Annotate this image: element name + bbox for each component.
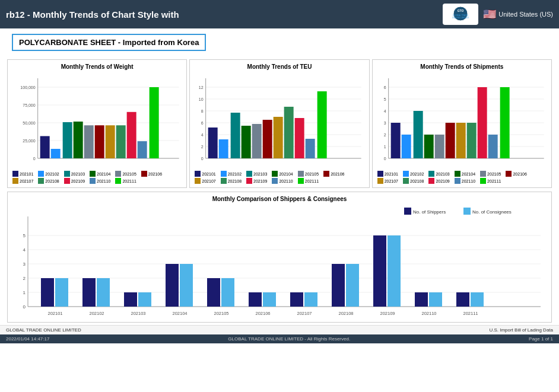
svg-rect-45 (231, 113, 240, 158)
svg-text:5: 5 (383, 97, 386, 101)
svg-rect-26 (150, 87, 159, 158)
svg-text:202103: 202103 (131, 311, 145, 316)
footer-copyright: GLOBAL TRADE ONLINE LIMITED - All Rights… (228, 336, 350, 342)
svg-rect-128 (404, 208, 411, 215)
svg-text:202101: 202101 (47, 311, 62, 316)
svg-text:ONLINE LIMITED: ONLINE LIMITED (452, 17, 469, 19)
svg-rect-72 (413, 111, 423, 158)
shipments-chart-title: Monthly Trends of Shipments (375, 63, 549, 70)
svg-text:75,000: 75,000 (23, 103, 36, 107)
footer-company: GLOBAL TRADE ONLINE LIMITED (6, 327, 81, 333)
svg-text:2: 2 (23, 276, 26, 281)
svg-text:202102: 202102 (89, 311, 104, 316)
svg-rect-79 (488, 135, 497, 158)
svg-text:202104: 202104 (172, 311, 187, 316)
svg-text:202108: 202108 (338, 311, 353, 316)
teu-svg: 0 2 4 6 8 10 12 (192, 72, 366, 167)
svg-text:202106: 202106 (255, 311, 270, 316)
svg-text:202109: 202109 (380, 311, 395, 316)
svg-text:5: 5 (23, 233, 26, 238)
footer-info: GLOBAL TRADE ONLINE LIMITED U.S. Import … (0, 325, 559, 334)
svg-text:2: 2 (201, 145, 204, 149)
svg-text:No. of Consignees: No. of Consignees (472, 209, 512, 215)
country-label: United States (US) (498, 11, 553, 18)
svg-rect-119 (373, 235, 386, 307)
svg-rect-73 (424, 135, 433, 158)
svg-rect-120 (388, 235, 401, 307)
svg-rect-74 (434, 135, 444, 158)
weight-legend: 202101 202102 202103 202104 202105 20210… (10, 171, 184, 184)
svg-rect-122 (415, 292, 428, 307)
shipments-svg: 0 1 2 3 4 5 6 (375, 72, 549, 167)
svg-text:202107: 202107 (297, 311, 312, 316)
weight-chart-title: Monthly Trends of Weight (10, 63, 184, 70)
svg-text:6: 6 (383, 85, 386, 90)
svg-text:202111: 202111 (463, 311, 478, 316)
svg-rect-104 (166, 264, 179, 307)
svg-text:3: 3 (383, 121, 386, 125)
svg-rect-46 (242, 126, 251, 158)
svg-rect-53 (317, 91, 327, 158)
footer-bottom: 2022/01/04 14:47:17 GLOBAL TRADE ONLINE … (0, 334, 559, 343)
svg-rect-101 (124, 292, 137, 307)
svg-rect-80 (500, 87, 509, 158)
svg-text:202105: 202105 (214, 311, 228, 316)
svg-rect-21 (95, 125, 104, 158)
svg-rect-75 (445, 123, 455, 158)
page-title: rb12 - Monthly Trends of Chart Style wit… (6, 9, 179, 20)
svg-text:100,000: 100,000 (20, 85, 35, 90)
svg-text:0: 0 (201, 157, 204, 161)
svg-rect-99 (97, 278, 110, 307)
svg-text:25,000: 25,000 (23, 139, 36, 143)
svg-rect-76 (456, 123, 465, 158)
svg-text:4: 4 (23, 247, 26, 253)
teu-chart: Monthly Trends of TEU 0 2 4 6 8 10 12 (189, 59, 369, 188)
svg-rect-71 (401, 135, 411, 158)
svg-rect-105 (180, 264, 193, 307)
svg-rect-125 (456, 292, 469, 307)
svg-rect-19 (74, 122, 83, 158)
svg-rect-111 (263, 292, 276, 307)
svg-text:GTO: GTO (458, 9, 464, 12)
svg-rect-95 (41, 278, 54, 307)
svg-text:4: 4 (201, 133, 204, 137)
svg-rect-43 (208, 128, 218, 158)
svg-text:0: 0 (23, 304, 26, 310)
subtitle-bar: POLYCARBONATE SHEET - Imported from Kore… (12, 34, 206, 51)
svg-rect-20 (84, 125, 94, 158)
weight-chart: Monthly Trends of Weight 0 25,000 50,000… (7, 59, 187, 188)
svg-rect-16 (40, 136, 50, 159)
country-info: 🇺🇸 United States (US) (483, 8, 553, 21)
header: rb12 - Monthly Trends of Chart Style wit… (0, 0, 559, 28)
svg-rect-107 (207, 278, 220, 307)
svg-rect-126 (471, 292, 484, 307)
svg-rect-44 (219, 139, 228, 158)
svg-text:0: 0 (383, 157, 386, 161)
shipments-chart: Monthly Trends of Shipments 0 1 2 3 4 5 … (372, 59, 552, 188)
svg-rect-22 (106, 125, 115, 158)
svg-rect-17 (51, 149, 61, 158)
svg-text:8: 8 (201, 109, 204, 113)
svg-rect-130 (463, 208, 471, 215)
svg-text:10: 10 (199, 97, 204, 101)
weight-svg: 0 25,000 50,000 75,000 100,000 (10, 72, 184, 167)
teu-chart-title: Monthly Trends of TEU (192, 63, 366, 70)
teu-legend: 202101 202102 202103 202104 202105 20210… (192, 171, 366, 184)
svg-rect-47 (252, 124, 262, 158)
shipments-legend: 202101 202102 202103 202104 202105 20210… (375, 171, 549, 184)
logo: GTO GLOBAL TRADE ONLINE LIMITED (443, 4, 478, 25)
svg-text:12: 12 (199, 85, 204, 90)
svg-rect-70 (390, 123, 400, 158)
footer-datasource: U.S. Import Bill of Lading Data (489, 327, 553, 333)
comparison-svg: 0 1 2 3 4 5 202101 202102 202103 202104 (10, 205, 549, 317)
svg-rect-52 (306, 139, 315, 158)
svg-rect-96 (55, 278, 68, 307)
svg-rect-116 (332, 264, 345, 307)
svg-text:No. of Shippers: No. of Shippers (413, 209, 446, 215)
svg-rect-25 (138, 141, 147, 158)
footer-datetime: 2022/01/04 14:47:17 (6, 336, 49, 342)
svg-rect-50 (284, 107, 294, 158)
svg-text:0: 0 (33, 157, 36, 161)
svg-rect-18 (63, 122, 72, 158)
svg-rect-102 (138, 292, 151, 307)
